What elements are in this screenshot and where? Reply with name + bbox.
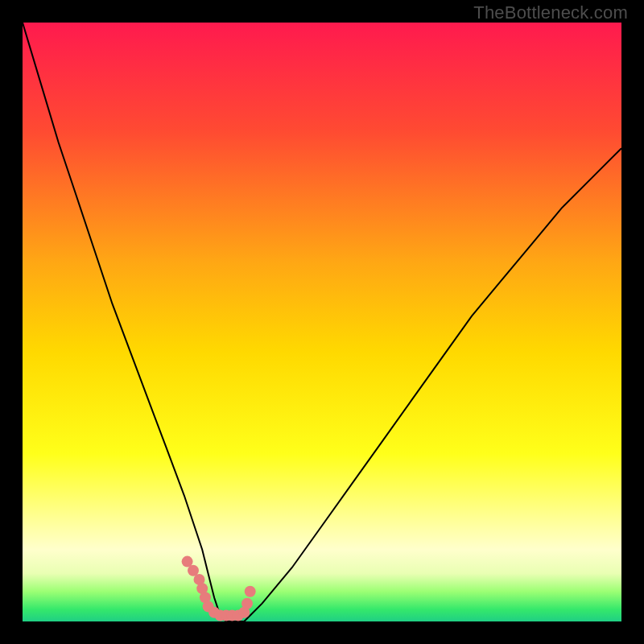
marker-dot (245, 586, 256, 597)
marker-dot (242, 598, 253, 609)
chart-svg (23, 23, 621, 621)
bottleneck-curve (23, 23, 621, 621)
plot-area (23, 23, 621, 621)
watermark-text: TheBottleneck.com (473, 2, 628, 23)
chart-container: TheBottleneck.com (0, 0, 644, 644)
markers-group (182, 556, 256, 621)
